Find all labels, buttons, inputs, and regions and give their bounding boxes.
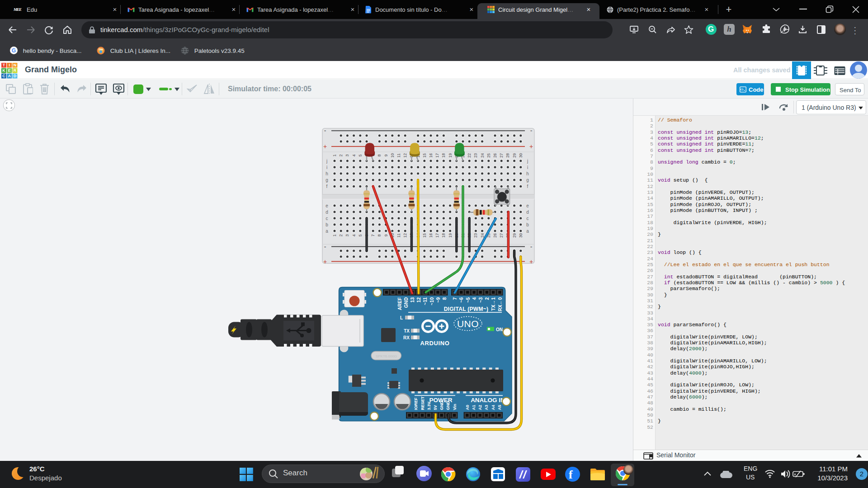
svg-text:17: 17 — [435, 153, 439, 158]
svg-text:17: 17 — [435, 233, 439, 238]
svg-text:+: + — [323, 143, 327, 150]
svg-text:8: 8 — [377, 154, 382, 156]
svg-text:j: j — [527, 159, 528, 164]
svg-text:-: - — [530, 243, 533, 250]
svg-text:5: 5 — [358, 154, 363, 156]
svg-text:A: A — [8, 74, 11, 78]
svg-text:~5: ~5 — [465, 297, 471, 303]
svg-text:13: 13 — [410, 297, 415, 303]
svg-text:C: C — [2, 74, 5, 78]
svg-text:i: i — [527, 165, 528, 170]
svg-text:25: 25 — [486, 153, 491, 158]
svg-text:27: 27 — [499, 233, 504, 238]
svg-text:18: 18 — [441, 153, 446, 158]
svg-text:AREF: AREF — [397, 297, 402, 310]
svg-text:RESET: RESET — [420, 396, 425, 410]
svg-text:4: 4 — [352, 154, 356, 156]
svg-text:4: 4 — [472, 297, 477, 300]
svg-text:12: 12 — [403, 233, 407, 238]
svg-text:11: 11 — [396, 233, 401, 237]
svg-text:I: I — [9, 63, 10, 67]
svg-text:Club: Club — [99, 48, 103, 51]
svg-text:f: f — [527, 184, 528, 189]
svg-text:d: d — [526, 210, 529, 215]
svg-text:c: c — [326, 216, 328, 221]
svg-text:11: 11 — [396, 153, 401, 157]
svg-text:T: T — [3, 63, 5, 67]
svg-text:19: 19 — [448, 233, 453, 238]
svg-text:N: N — [14, 63, 17, 67]
svg-text:8: 8 — [442, 297, 447, 300]
svg-text:30: 30 — [519, 153, 523, 158]
svg-text:K: K — [2, 68, 5, 73]
svg-text:~10: ~10 — [429, 297, 434, 305]
svg-text:IOREF: IOREF — [414, 397, 418, 410]
svg-text:23: 23 — [473, 233, 478, 238]
svg-text:-: - — [324, 127, 326, 134]
svg-text:3: 3 — [345, 234, 349, 236]
svg-text:22: 22 — [467, 153, 472, 158]
svg-text:Vin: Vin — [453, 404, 457, 410]
svg-text:c: c — [527, 216, 529, 221]
svg-text:19: 19 — [448, 153, 453, 158]
svg-text:UNO: UNO — [457, 319, 479, 329]
svg-text:POWER: POWER — [429, 397, 452, 404]
svg-text:24: 24 — [480, 233, 485, 238]
svg-text:g: g — [326, 178, 328, 183]
svg-text:i: i — [326, 165, 327, 170]
svg-text:G: G — [12, 47, 16, 54]
svg-text:L: L — [400, 315, 403, 320]
svg-text:+: + — [529, 258, 533, 265]
svg-text:2: 2 — [484, 297, 490, 300]
svg-text:15: 15 — [422, 153, 427, 158]
svg-text:E: E — [8, 68, 11, 73]
svg-text:a: a — [526, 229, 529, 234]
svg-text:4: 4 — [352, 234, 356, 236]
svg-text:-: - — [324, 243, 326, 250]
svg-text:23: 23 — [473, 153, 478, 158]
svg-text:~9: ~9 — [435, 297, 441, 303]
svg-text:18: 18 — [441, 233, 446, 238]
svg-text:A2: A2 — [478, 405, 482, 410]
svg-text:9: 9 — [384, 154, 388, 156]
svg-text:29: 29 — [512, 233, 517, 238]
svg-text:29: 29 — [512, 153, 517, 158]
svg-text:8: 8 — [377, 234, 382, 236]
svg-text:-: - — [530, 127, 533, 134]
svg-text:e: e — [326, 203, 328, 208]
svg-text:3: 3 — [345, 154, 349, 156]
svg-text:A0: A0 — [465, 405, 470, 410]
svg-text:SPKT6.000G: SPKT6.000G — [376, 354, 397, 358]
svg-text:A1: A1 — [472, 405, 476, 410]
svg-text:d: d — [326, 210, 328, 215]
svg-text:A3: A3 — [484, 405, 489, 410]
svg-text:DIGITAL (PWM~): DIGITAL (PWM~) — [444, 306, 489, 312]
svg-text:RX←0: RX←0 — [497, 297, 503, 311]
svg-text:26: 26 — [493, 153, 497, 158]
svg-text:GND: GND — [403, 297, 409, 308]
svg-text:j: j — [326, 159, 327, 164]
svg-text:A4: A4 — [491, 405, 495, 410]
svg-text:~11: ~11 — [422, 297, 428, 305]
svg-text:h: h — [326, 171, 328, 176]
svg-text:TX: TX — [404, 328, 410, 333]
svg-text:RX: RX — [403, 335, 410, 340]
svg-text:5: 5 — [358, 234, 363, 236]
svg-text:1: 1 — [332, 154, 337, 156]
svg-text:2: 2 — [339, 234, 343, 236]
svg-text:12: 12 — [403, 153, 407, 158]
svg-text:A5: A5 — [497, 405, 502, 410]
svg-text:R: R — [14, 68, 17, 73]
svg-text:9: 9 — [384, 234, 388, 236]
svg-text:12: 12 — [416, 297, 421, 303]
svg-text:f: f — [326, 184, 328, 189]
svg-text:+: + — [323, 258, 327, 265]
svg-text:b: b — [526, 222, 529, 227]
svg-text:ARDUINO: ARDUINO — [420, 340, 450, 347]
svg-text:1: 1 — [332, 234, 337, 236]
svg-text:~3: ~3 — [478, 297, 483, 303]
svg-text:16: 16 — [429, 153, 433, 158]
svg-text:15: 15 — [422, 233, 427, 238]
svg-text:D: D — [14, 74, 17, 78]
svg-text:7: 7 — [371, 234, 375, 236]
